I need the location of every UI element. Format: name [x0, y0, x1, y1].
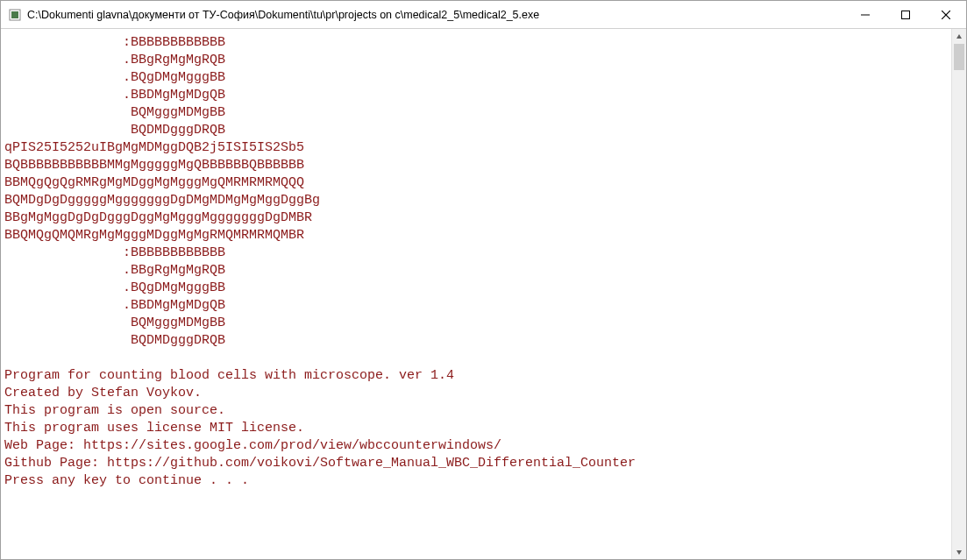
close-button[interactable] [926, 1, 966, 28]
svg-rect-3 [902, 11, 910, 18]
console-output: :BBBBBBBBBBBB .BBgRgMgMgRQB .BQgDMgMgggB… [1, 29, 950, 559]
title-bar[interactable]: C:\Dokumenti glavna\документи от ТУ-Софи… [1, 1, 966, 29]
window-controls [845, 1, 966, 28]
svg-marker-6 [956, 34, 962, 39]
console-area: :BBBBBBBBBBBB .BBgRgMgMgRQB .BQgDMgMgggB… [1, 29, 966, 559]
svg-marker-7 [956, 550, 962, 555]
window-title: C:\Dokumenti glavna\документи от ТУ-Софи… [27, 9, 845, 21]
scroll-down-button[interactable] [952, 544, 966, 559]
app-icon [8, 8, 22, 22]
svg-rect-1 [11, 11, 18, 18]
maximize-button[interactable] [885, 1, 926, 28]
scroll-up-button[interactable] [952, 29, 966, 44]
scroll-track[interactable] [952, 44, 966, 544]
scroll-thumb[interactable] [954, 44, 964, 70]
vertical-scrollbar[interactable] [951, 29, 966, 559]
application-window: C:\Dokumenti glavna\документи от ТУ-Софи… [0, 0, 967, 560]
minimize-button[interactable] [845, 1, 885, 28]
